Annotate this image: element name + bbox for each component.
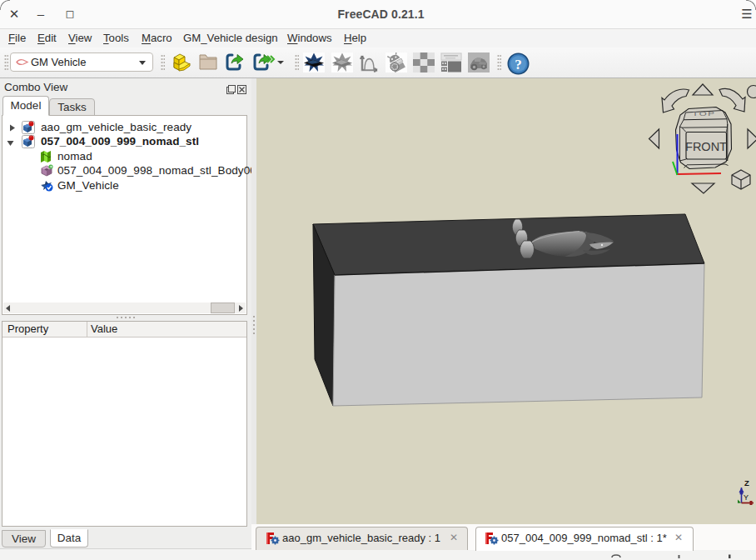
svg-text:FRONT: FRONT bbox=[685, 140, 727, 153]
svg-text:Y: Y bbox=[744, 493, 749, 502]
svg-text:TOP: TOP bbox=[693, 110, 716, 117]
svg-text:Z: Z bbox=[744, 478, 749, 488]
svg-text:?: ? bbox=[515, 57, 522, 72]
